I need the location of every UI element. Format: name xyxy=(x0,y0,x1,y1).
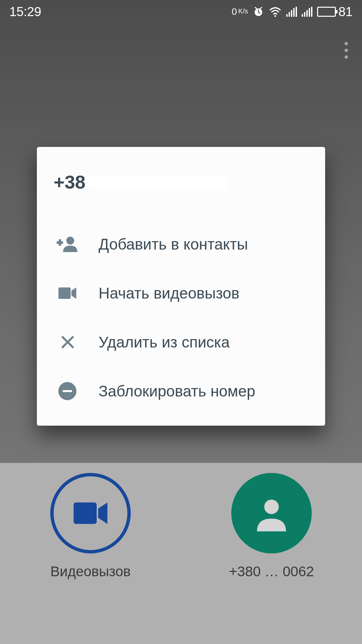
svg-point-1 xyxy=(274,15,276,17)
contact-shortcut-row: Видеовызов +380 … 0062 xyxy=(0,473,362,634)
start-video-call-label: Начать видеовызов xyxy=(99,284,239,302)
svg-rect-6 xyxy=(59,239,61,246)
dialog-title-redacted xyxy=(87,176,228,190)
remove-from-list-item[interactable]: Удалить из списка xyxy=(37,318,325,367)
block-number-item[interactable]: Заблокировать номер xyxy=(37,367,325,416)
video-call-circle xyxy=(50,473,131,553)
dialog-items: Добавить в контакты Начать видеовызов Уд… xyxy=(37,200,325,416)
block-number-label: Заблокировать номер xyxy=(99,382,255,400)
svg-point-3 xyxy=(264,499,279,514)
dialog-title-prefix: +38 xyxy=(54,171,85,193)
svg-rect-2 xyxy=(74,502,97,524)
battery-icon xyxy=(317,7,336,17)
wifi-icon xyxy=(269,6,282,17)
alarm-icon xyxy=(253,6,264,17)
status-time: 15:29 xyxy=(9,5,41,19)
start-video-call-item[interactable]: Начать видеовызов xyxy=(37,269,325,318)
battery-indicator: 81 xyxy=(317,5,353,19)
add-person-icon xyxy=(56,232,79,256)
number-options-dialog: +38 Добавить в контакты Начать в xyxy=(37,147,325,426)
battery-percent: 81 xyxy=(339,5,353,19)
video-call-label: Видеовызов xyxy=(50,564,131,580)
contact-shortcut[interactable]: +380 … 0062 xyxy=(181,473,362,634)
video-camera-icon xyxy=(56,281,79,305)
video-call-shortcut[interactable]: Видеовызов xyxy=(0,473,181,634)
signal-sim2-icon xyxy=(302,7,312,17)
person-icon xyxy=(250,491,293,535)
signal-sim1-icon xyxy=(286,7,297,17)
svg-rect-7 xyxy=(58,287,70,299)
video-camera-icon xyxy=(72,500,109,527)
contact-shortcut-label: +380 … 0062 xyxy=(229,564,314,580)
overflow-menu-button[interactable] xyxy=(345,42,348,59)
status-data-rate: 0 K/s xyxy=(232,6,248,17)
dialog-title: +38 xyxy=(37,147,325,200)
status-right: 0 K/s 81 xyxy=(232,5,353,19)
add-to-contacts-item[interactable]: Добавить в контакты xyxy=(37,220,325,269)
status-bar: 15:29 0 K/s 81 xyxy=(0,0,362,23)
remove-from-list-label: Удалить из списка xyxy=(99,333,230,351)
contact-avatar-circle xyxy=(231,473,312,553)
svg-point-4 xyxy=(66,237,74,245)
block-icon xyxy=(56,379,79,403)
add-to-contacts-label: Добавить в контакты xyxy=(99,235,248,253)
close-icon xyxy=(56,330,79,354)
